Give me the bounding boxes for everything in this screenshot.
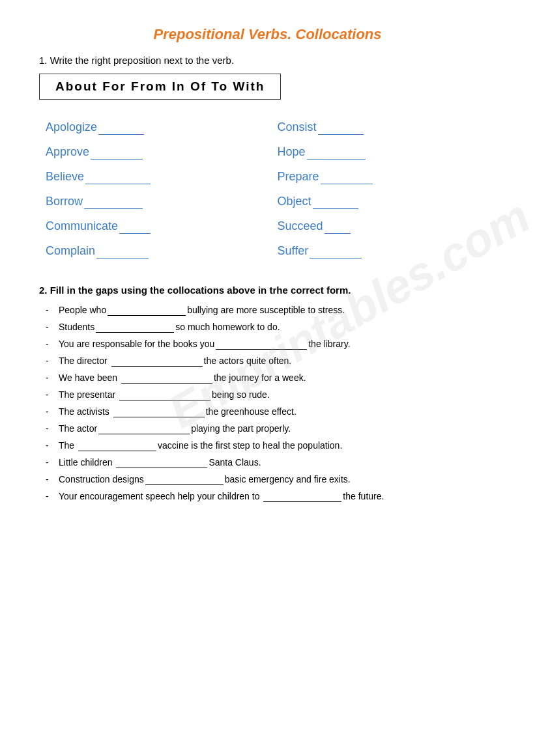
sentence-list: People who bullying are more susceptible… [39,305,496,502]
verb-label: Approve [46,145,89,158]
verb-item-borrow: Borrow [46,192,265,212]
list-item: People who bullying are more susceptible… [46,305,496,316]
verb-item-object: Object [278,192,497,212]
section2-instruction: 2. Fill in the gaps using the collocatio… [39,285,496,296]
verb-item-apologize: Apologize [46,118,265,137]
verb-item-approve: Approve [46,143,265,162]
verb-blank [119,219,151,234]
verb-blank [307,145,366,160]
verb-label: Apologize [46,120,97,133]
fill-blank [121,372,212,384]
verb-item-prepare: Prepare [278,167,497,187]
verb-blank [84,195,143,209]
list-item: We have been the journey for a week. [46,372,496,384]
fill-blank [108,305,186,316]
verb-item-hope: Hope [278,143,497,162]
verb-item-believe: Believe [46,167,265,187]
list-item: Students so much homework to do. [46,322,496,333]
verb-label: Hope [278,145,306,158]
fill-blank [96,322,174,333]
section1-instruction: 1. Write the right preposition next to t… [39,55,496,66]
verb-item-communicate: Communicate [46,217,265,236]
list-item: Construction designs basic emergency and… [46,474,496,485]
list-item: Little children Santa Claus. [46,457,496,468]
fill-blank [119,389,210,400]
fill-blank [145,474,224,485]
verb-blank [85,170,151,184]
verb-label: Suffer [278,244,309,257]
list-item: You are responsable for the books you th… [46,339,496,350]
fill-blank [98,423,190,434]
list-item: The presentar being so rude. [46,389,496,400]
verb-item-succeed: Succeed [278,217,497,236]
verb-label: Prepare [278,170,319,183]
fill-blank [111,356,203,367]
fill-blank [216,339,307,350]
verb-item-consist: Consist [278,118,497,137]
fill-blank [116,457,207,468]
verb-blank [325,219,351,234]
verb-label: Succeed [278,219,323,232]
list-item: The actor playing the part properly. [46,423,496,434]
verb-grid: Apologize Consist Approve Hope Believe P… [39,118,496,261]
verb-item-suffer: Suffer [278,242,497,261]
list-item: The director the actors quite often. [46,356,496,367]
verb-blank [310,244,362,259]
verb-blank [321,170,373,184]
verb-label: Object [278,195,311,208]
verb-label: Believe [46,170,84,183]
verb-blank [313,195,358,209]
verb-label: Borrow [46,195,83,208]
fill-blank [113,406,205,417]
verb-blank [91,145,143,160]
verb-item-complain: Complain [46,242,265,261]
verb-label: Complain [46,244,95,257]
list-item: The activists the greenhouse effect. [46,406,496,417]
verb-blank [98,120,144,135]
page-title: Prepositional Verbs. Collocations [39,26,496,43]
preposition-box: About For From In Of To With [39,74,281,100]
verb-label: Communicate [46,219,118,232]
verb-label: Consist [278,120,317,133]
fill-blank [263,491,341,502]
verb-blank [96,244,149,259]
fill-blank [78,440,156,451]
verb-blank [318,120,364,135]
list-item: Your encouragement speech help your chil… [46,491,496,502]
list-item: The vaccine is the first step to heal th… [46,440,496,451]
